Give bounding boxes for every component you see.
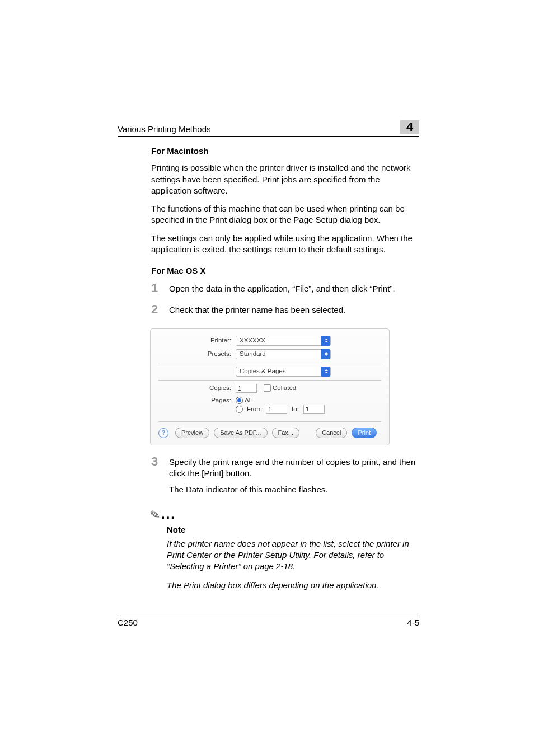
note-body: The Print dialog box differs depending o… — [167, 580, 419, 591]
help-icon[interactable]: ? — [158, 428, 168, 438]
preview-button[interactable]: Preview — [175, 428, 209, 438]
pages-label: Pages: — [158, 396, 231, 405]
note-heading: Note — [167, 524, 419, 536]
step-number: 3 — [151, 456, 169, 468]
pages-all-radio[interactable] — [236, 397, 243, 404]
document-page: Various Printing Methods 4 For Macintosh… — [0, 0, 534, 756]
step: 3 Specify the print range and the number… — [151, 456, 419, 495]
content-area: For Macintosh Printing is possible when … — [151, 145, 419, 591]
dropdown-arrows-icon — [321, 336, 330, 346]
numbered-step-list: 1 Open the data in the application, “Fil… — [151, 282, 419, 495]
printer-select[interactable]: XXXXXX — [236, 336, 331, 346]
presets-select[interactable]: Standard — [236, 349, 331, 359]
step: 2 Check that the printer name has been s… — [151, 303, 419, 316]
print-dialog-figure: Printer: XXXXXX Presets: Standard — [150, 328, 390, 445]
copies-input[interactable] — [236, 384, 257, 393]
step-text: Check that the printer name has been sel… — [169, 303, 345, 316]
printer-select-value: XXXXXX — [240, 336, 265, 345]
heading-for-macintosh: For Macintosh — [151, 145, 419, 157]
paragraph: The settings can only be applied while u… — [151, 233, 419, 256]
to-input[interactable] — [303, 405, 325, 414]
footer-page-number: 4-5 — [407, 618, 419, 627]
chapter-number-badge: 4 — [400, 120, 419, 134]
ellipsis-icon: ... — [161, 506, 176, 522]
divider — [158, 363, 381, 363]
divider — [158, 380, 381, 381]
note-block: ✎... Note If the printer name does not a… — [150, 505, 419, 591]
panel-select-value: Copies & Pages — [240, 367, 285, 376]
cancel-button[interactable]: Cancel — [316, 428, 347, 438]
to-label: to: — [292, 405, 299, 414]
step-number: 2 — [151, 303, 169, 316]
page-footer: C250 4-5 — [118, 614, 419, 627]
running-header: Various Printing Methods 4 — [118, 120, 419, 137]
step: 1 Open the data in the application, “Fil… — [151, 282, 419, 294]
dialog-button-row: ? Preview Save As PDF... Fax... Cancel P… — [158, 421, 381, 438]
presets-select-value: Standard — [240, 350, 266, 359]
from-input[interactable] — [266, 405, 287, 414]
step-subtext: The Data indicator of this machine flash… — [169, 484, 419, 495]
panel-select[interactable]: Copies & Pages — [236, 367, 331, 377]
copies-label: Copies: — [158, 384, 231, 393]
pencil-icon: ✎ — [149, 506, 162, 524]
printer-label: Printer: — [158, 336, 231, 345]
footer-model: C250 — [118, 618, 138, 627]
save-as-pdf-button[interactable]: Save As PDF... — [214, 428, 267, 438]
pages-from-radio[interactable] — [236, 406, 243, 413]
step-text: Open the data in the application, “File”… — [169, 282, 395, 294]
step-text: Specify the print range and the number o… — [169, 457, 419, 480]
step-number: 1 — [151, 282, 169, 294]
fax-button[interactable]: Fax... — [272, 428, 300, 438]
collated-checkbox[interactable] — [264, 384, 271, 392]
heading-for-mac-os-x: For Mac OS X — [151, 265, 419, 276]
print-button[interactable]: Print — [352, 428, 377, 438]
note-body: If the printer name does not appear in t… — [167, 538, 419, 572]
dropdown-arrows-icon — [321, 349, 330, 359]
collated-label: Collated — [273, 384, 296, 393]
dropdown-arrows-icon — [321, 367, 330, 377]
pages-from-label: From: — [247, 405, 264, 414]
paragraph: Printing is possible when the printer dr… — [151, 162, 419, 196]
presets-label: Presets: — [158, 350, 231, 359]
pages-all-label: All — [245, 396, 252, 405]
paragraph: The functions of this machine that can b… — [151, 203, 419, 226]
running-title: Various Printing Methods — [118, 124, 210, 134]
